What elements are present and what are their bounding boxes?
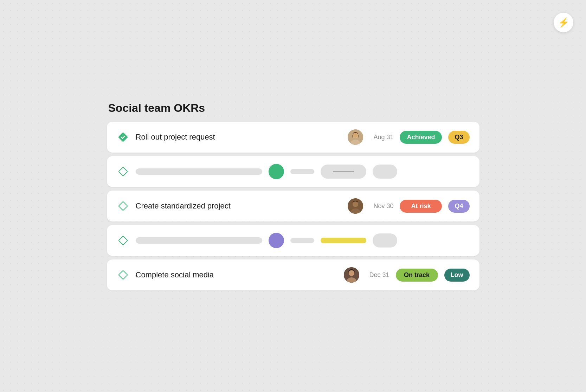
table-row (107, 156, 479, 187)
diamond-filled-icon (117, 131, 129, 143)
date-label: Dec 31 (366, 271, 389, 279)
svg-rect-5 (118, 167, 127, 176)
quarter-badge-blurred (373, 165, 397, 179)
svg-point-8 (353, 201, 358, 207)
table-row: Complete social media Dec 31 On track Lo… (107, 259, 479, 290)
okr-list: Roll out project request Aug 31 Achieved… (107, 122, 479, 290)
task-name: Complete social media (136, 270, 337, 279)
lightning-button[interactable]: ⚡ (554, 13, 573, 32)
date-blurred (290, 238, 314, 243)
diamond-outline-icon (117, 200, 129, 212)
date-label: Nov 30 (369, 203, 393, 210)
date-blurred (290, 169, 314, 174)
table-row (107, 225, 479, 256)
task-name: Roll out project request (136, 133, 342, 142)
status-badge-yellow-blurred (321, 238, 366, 243)
quarter-badge: Low (444, 269, 470, 282)
diamond-outline-icon (117, 165, 129, 178)
quarter-badge: Q3 (448, 131, 469, 144)
diamond-outline-icon (117, 234, 129, 247)
task-name: Create standardized project (136, 201, 342, 211)
status-badge: At risk (400, 200, 442, 213)
avatar (269, 233, 284, 248)
status-badge-blurred (321, 165, 366, 179)
svg-rect-0 (118, 132, 128, 142)
quarter-badge-blurred (373, 233, 397, 248)
diamond-outline-icon (117, 269, 129, 281)
table-row: Create standardized project Nov 30 At ri… (107, 191, 479, 221)
date-label: Aug 31 (369, 134, 393, 141)
svg-rect-6 (118, 201, 127, 210)
status-badge: On track (396, 269, 438, 282)
svg-point-4 (353, 133, 358, 138)
svg-rect-11 (118, 270, 127, 279)
svg-rect-10 (118, 236, 127, 245)
lightning-icon: ⚡ (558, 17, 569, 28)
avatar (344, 267, 359, 283)
status-badge: Achieved (400, 131, 442, 144)
task-name-blurred (136, 237, 262, 244)
svg-point-13 (349, 270, 354, 276)
avatar (269, 164, 284, 179)
table-row: Roll out project request Aug 31 Achieved… (107, 122, 479, 153)
avatar (348, 129, 363, 145)
task-name-blurred (136, 168, 262, 175)
main-panel: Social team OKRs Roll out project reques… (107, 102, 479, 290)
page-title: Social team OKRs (107, 102, 479, 115)
avatar (348, 198, 363, 214)
quarter-badge: Q4 (448, 200, 469, 213)
